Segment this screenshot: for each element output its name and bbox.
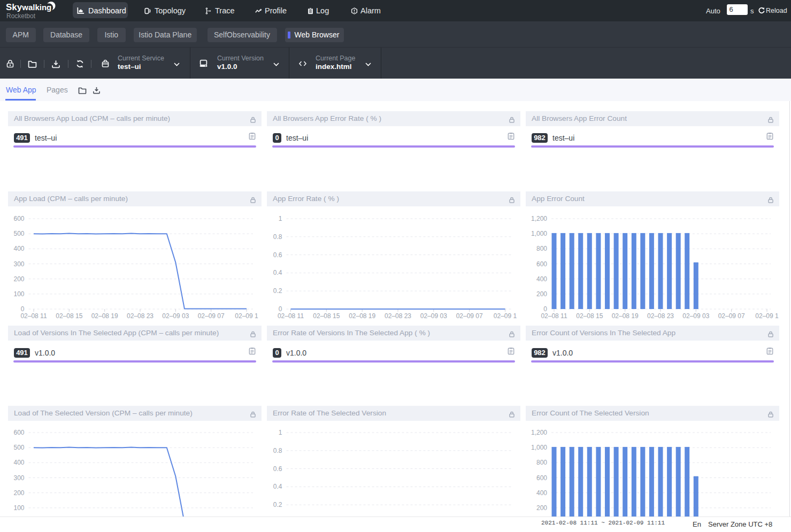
svg-text:02–08 23: 02–08 23 bbox=[385, 312, 411, 320]
svg-text:0.4: 0.4 bbox=[273, 269, 282, 276]
svg-text:200: 200 bbox=[13, 489, 24, 497]
svg-text:800: 800 bbox=[536, 459, 547, 466]
svg-text:0.2: 0.2 bbox=[273, 287, 282, 295]
svg-text:1,000: 1,000 bbox=[531, 444, 547, 451]
svg-text:02–08 23: 02–08 23 bbox=[647, 312, 674, 320]
svg-text:02–09 1: 02–09 1 bbox=[494, 312, 517, 320]
svg-text:600: 600 bbox=[536, 260, 547, 268]
svg-text:02–09 07: 02–09 07 bbox=[718, 312, 745, 320]
svg-text:200: 200 bbox=[536, 504, 547, 512]
svg-text:600: 600 bbox=[13, 215, 24, 222]
svg-text:800: 800 bbox=[536, 245, 547, 252]
svg-text:02–09 1: 02–09 1 bbox=[755, 312, 779, 320]
svg-text:02–08 19: 02–08 19 bbox=[349, 312, 375, 320]
svg-text:500: 500 bbox=[13, 230, 24, 237]
svg-text:0.6: 0.6 bbox=[273, 465, 282, 473]
svg-text:1,200: 1,200 bbox=[531, 429, 547, 436]
svg-text:02–08 15: 02–08 15 bbox=[56, 312, 82, 320]
svg-text:02–09 1: 02–09 1 bbox=[235, 312, 258, 320]
svg-text:02–09 03: 02–09 03 bbox=[162, 312, 189, 320]
svg-text:400: 400 bbox=[13, 245, 24, 252]
svg-text:1: 1 bbox=[279, 215, 282, 222]
svg-text:200: 200 bbox=[13, 275, 24, 283]
svg-text:1,200: 1,200 bbox=[531, 215, 547, 222]
svg-text:02–08 19: 02–08 19 bbox=[91, 312, 118, 320]
svg-text:600: 600 bbox=[536, 474, 547, 482]
svg-text:400: 400 bbox=[536, 489, 547, 497]
svg-text:0.2: 0.2 bbox=[273, 501, 282, 508]
svg-text:300: 300 bbox=[13, 260, 24, 268]
svg-text:02–08 19: 02–08 19 bbox=[612, 312, 639, 320]
svg-text:02–08 11: 02–08 11 bbox=[541, 312, 567, 320]
svg-text:02–09 07: 02–09 07 bbox=[198, 312, 225, 320]
svg-text:02–08 11: 02–08 11 bbox=[278, 312, 304, 320]
svg-text:400: 400 bbox=[536, 275, 547, 283]
svg-text:02–08 11: 02–08 11 bbox=[20, 312, 47, 320]
svg-text:200: 200 bbox=[536, 290, 547, 298]
svg-text:0: 0 bbox=[279, 305, 282, 313]
svg-text:1,000: 1,000 bbox=[531, 230, 547, 237]
svg-text:02–09 07: 02–09 07 bbox=[456, 312, 483, 320]
svg-text:0.8: 0.8 bbox=[273, 233, 282, 241]
svg-text:600: 600 bbox=[13, 429, 24, 436]
svg-text:0.4: 0.4 bbox=[273, 483, 282, 490]
svg-text:1: 1 bbox=[279, 429, 282, 436]
svg-text:300: 300 bbox=[13, 474, 24, 482]
svg-text:02–09 03: 02–09 03 bbox=[682, 312, 709, 320]
svg-text:400: 400 bbox=[13, 459, 24, 466]
svg-text:0: 0 bbox=[543, 305, 547, 313]
svg-text:500: 500 bbox=[13, 444, 24, 451]
svg-text:100: 100 bbox=[13, 504, 24, 512]
svg-text:0: 0 bbox=[21, 305, 25, 313]
svg-text:0.6: 0.6 bbox=[273, 251, 282, 259]
svg-text:0.8: 0.8 bbox=[273, 447, 282, 454]
svg-text:02–08 23: 02–08 23 bbox=[127, 312, 153, 320]
svg-text:02–08 15: 02–08 15 bbox=[576, 312, 603, 320]
svg-text:02–09 03: 02–09 03 bbox=[420, 312, 447, 320]
svg-text:02–08 15: 02–08 15 bbox=[313, 312, 340, 320]
svg-text:100: 100 bbox=[13, 290, 24, 298]
